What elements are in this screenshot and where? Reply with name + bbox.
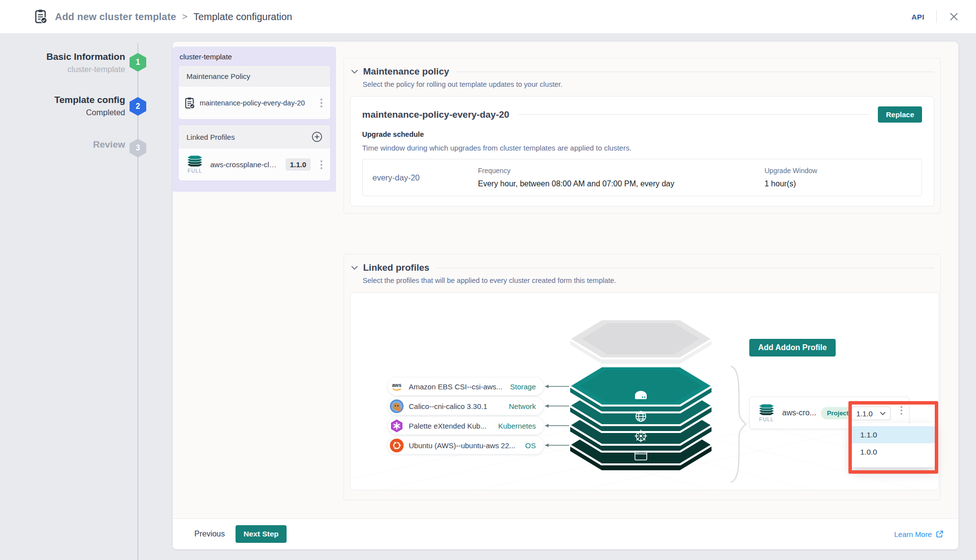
frequency-value: Every hour, between 08:00 AM and 07:00 P… (478, 179, 765, 188)
schedule-name: every-day-20 (372, 166, 478, 189)
maintenance-policy-section: Maintenance policy Select the policy for… (343, 58, 941, 214)
kebab-menu-icon[interactable] (318, 97, 324, 109)
layer-type: Network (509, 402, 536, 410)
step-badge-2: 2 (130, 97, 146, 116)
layer-name: Ubuntu (AWS)--ubuntu-aws 22... (409, 441, 515, 450)
upgrade-schedule-heading: Upgrade schedule (362, 130, 922, 138)
connector-line-storage (544, 383, 573, 389)
section-rule (436, 268, 934, 268)
maintenance-policy-card: Maintenance Policy (179, 66, 330, 119)
external-link-icon (936, 530, 944, 538)
learn-more-link[interactable]: Learn More (894, 530, 944, 538)
version-dropdown: 1.1.0 1.0.0 (851, 423, 935, 467)
linked-profile-name: aws-crossplane-clus... (210, 160, 280, 169)
upgrade-window-label: Upgrade Window (765, 167, 912, 175)
profile-type-badge: FULL (187, 168, 202, 174)
top-bar: Add new cluster template > Template conf… (0, 0, 976, 34)
step-title: Review (93, 138, 125, 151)
layer-type: Storage (510, 382, 536, 391)
policy-document-icon (185, 97, 195, 109)
policy-name: maintenance-policy-every-day-20 (362, 109, 509, 120)
maintenance-policy-card-title: Maintenance Policy (186, 72, 250, 80)
add-cluster-template-window: Add new cluster template > Template conf… (0, 0, 976, 560)
ubuntu-icon (390, 438, 404, 453)
breadcrumb-parent[interactable]: Add new cluster template (55, 11, 176, 23)
topbar-divider (936, 10, 937, 23)
section-title: Linked profiles (363, 262, 429, 273)
step-title: Basic Information (47, 51, 125, 63)
linked-profile-item[interactable]: FULL aws-crossplane-clus... 1.1.0 (179, 149, 330, 180)
layer-name: Amazon EBS CSI--csi-aws... (409, 382, 502, 391)
profile-stack-icon: FULL (185, 155, 205, 174)
step-badge-1: 1 (130, 53, 146, 72)
kebab-menu-icon[interactable] (318, 158, 324, 171)
addon-profile-name: aws-cro... (782, 408, 816, 417)
cluster-template-icon (34, 9, 47, 24)
version-option-1-1-0[interactable]: 1.1.0 (851, 426, 935, 443)
frequency-label: Frequency (478, 167, 765, 175)
layer-row-os[interactable]: Ubuntu (AWS)--ubuntu-aws 22... OS (388, 436, 544, 454)
palette-icon (390, 419, 404, 433)
layer-name: Calico--cni-calico 3.30.1 (409, 402, 487, 410)
next-step-button[interactable]: Next Step (236, 525, 287, 543)
connector-line-os (544, 442, 573, 448)
step-subtitle: Completed (54, 106, 125, 118)
chevron-down-icon[interactable] (351, 265, 358, 270)
version-option-1-0-0[interactable]: 1.0.0 (851, 443, 935, 460)
step-title: Template config (54, 94, 125, 106)
close-icon[interactable] (949, 11, 959, 22)
maintenance-policy-item-label: maintenance-policy-every-day-20 (200, 99, 305, 107)
stack-brace (728, 365, 749, 483)
linked-profiles-card-title: Linked Profiles (186, 133, 235, 141)
svg-text:aws: aws (392, 382, 402, 388)
scope-badge: Project (821, 407, 854, 419)
version-select[interactable]: 1.1.0 (851, 407, 891, 420)
kebab-menu-icon[interactable] (898, 404, 904, 417)
wizard-panel: cluster-template Maintenance Policy (173, 42, 958, 549)
wizard-footer: Previous Next Step Learn More (173, 518, 958, 549)
connector-line-kubernetes (544, 423, 573, 429)
section-title: Maintenance policy (363, 66, 449, 77)
connector-line-network (544, 403, 573, 409)
policy-rule (518, 114, 870, 115)
layer-name: Palette eXtended Kub... (409, 422, 486, 430)
aws-icon: aws (390, 380, 404, 394)
layer-row-network[interactable]: Calico--cni-calico 3.30.1 Network (388, 397, 544, 415)
layer-row-storage[interactable]: aws Amazon EBS CSI--csi-aws... Storage (388, 378, 544, 395)
section-subtitle: Select the policy for rolling out templa… (363, 80, 934, 88)
step-badge-3: 3 (130, 139, 146, 157)
linked-profiles-card-header: Linked Profiles (179, 125, 330, 149)
chevron-down-icon[interactable] (351, 69, 358, 74)
linked-profiles-card: Linked Profiles (179, 125, 330, 180)
section-subtitle: Select the profiles that will be applied… (363, 277, 934, 284)
breadcrumb-current: Template configuration (193, 11, 292, 23)
learn-more-label: Learn More (894, 530, 932, 538)
cluster-profile-stack-graphic (569, 319, 712, 476)
layer-row-kubernetes[interactable]: Palette eXtended Kub... Kubernetes (388, 417, 544, 434)
profiles-canvas: aws Amazon EBS CSI--csi-aws... Storage (350, 292, 939, 490)
upgrade-window-value: 1 hour(s) (765, 179, 912, 188)
steps-connector-line (137, 43, 138, 560)
calico-icon (390, 399, 404, 413)
template-tree-panel: cluster-template Maintenance Policy (173, 47, 336, 192)
chevron-down-icon (880, 411, 886, 415)
kubernetes-layer-icon (634, 430, 647, 442)
previous-button[interactable]: Previous (187, 526, 232, 542)
linked-profiles-section: Linked profiles Select the profiles that… (343, 254, 941, 500)
step-subtitle: cluster-template (47, 63, 125, 75)
tree-root-label: cluster-template (180, 52, 329, 61)
schedule-row: every-day-20 Frequency Every hour, betwe… (362, 159, 922, 196)
upgrade-schedule-description: Time window during which upgrades from c… (362, 144, 922, 152)
section-rule (456, 72, 934, 72)
maintenance-policy-item[interactable]: maintenance-policy-every-day-20 (179, 87, 330, 119)
maintenance-policy-detail-card: maintenance-policy-every-day-20 Replace … (350, 96, 934, 206)
profile-type-badge: FULL (759, 416, 774, 422)
linked-profile-version: 1.1.0 (286, 158, 311, 171)
api-link[interactable]: API (911, 13, 924, 21)
layer-type: Kubernetes (498, 422, 536, 430)
add-profile-plus-icon[interactable] (312, 131, 322, 142)
replace-button[interactable]: Replace (878, 106, 922, 123)
add-addon-profile-button[interactable]: Add Addon Profile (749, 339, 836, 356)
profile-stack-icon: FULL (756, 404, 777, 422)
version-select-value: 1.1.0 (856, 409, 872, 418)
